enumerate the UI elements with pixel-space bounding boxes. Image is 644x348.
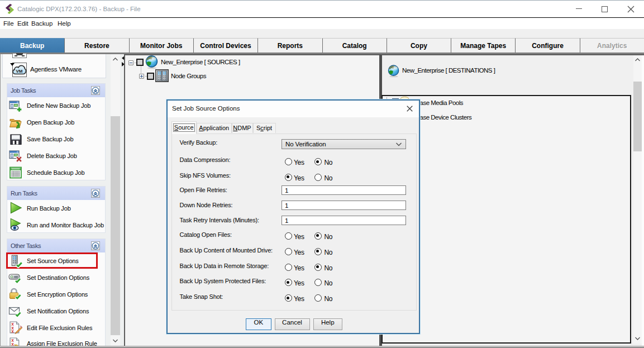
- svg-text:X: X: [11, 330, 14, 333]
- svg-text:VM: VM: [16, 69, 23, 74]
